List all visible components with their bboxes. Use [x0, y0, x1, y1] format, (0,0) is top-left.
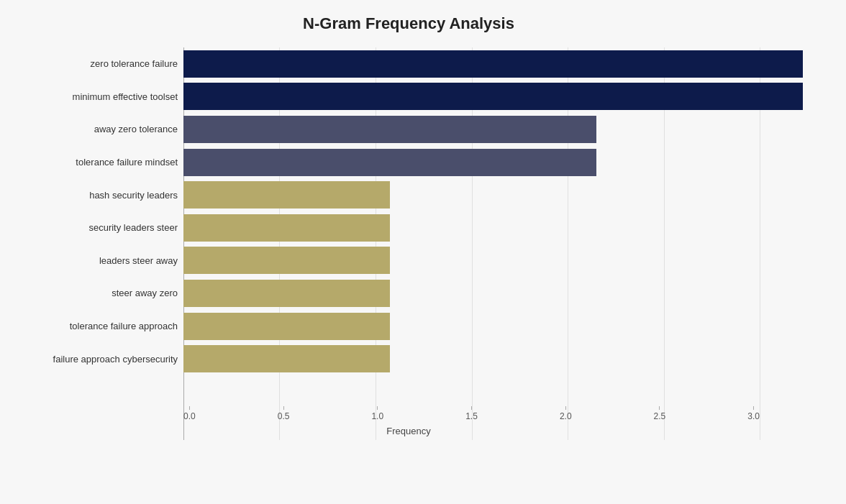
x-tick: 2.5 — [654, 406, 666, 421]
bar-label: leaders steer away — [14, 255, 183, 266]
x-tick-label: 1.0 — [371, 411, 383, 421]
bar-row: hash security leaders — [14, 178, 803, 211]
x-tick-label: 2.0 — [560, 411, 572, 421]
x-tick: 3.0 — [747, 406, 760, 421]
bar-label: failure approach cybersecurity — [14, 354, 183, 365]
chart-area: zero tolerance failureminimum effective … — [14, 47, 803, 375]
bar-fill — [183, 149, 596, 176]
bar-label: tolerance failure mindset — [14, 157, 183, 168]
bar-fill — [183, 214, 390, 242]
bar-label: security leaders steer — [14, 222, 183, 233]
bar-track — [183, 83, 803, 110]
bar-track — [183, 214, 803, 242]
x-ticks: 0.00.51.01.52.02.53.0 — [183, 406, 760, 421]
bar-track — [183, 181, 803, 209]
x-tick-label: 0.5 — [278, 411, 290, 421]
bar-fill — [183, 116, 596, 143]
x-axis-label: Frequency — [14, 426, 803, 436]
x-tick: 1.5 — [465, 406, 478, 421]
bar-label: tolerance failure approach — [14, 321, 183, 331]
x-tick: 2.0 — [560, 406, 572, 421]
x-tick-label: 3.0 — [747, 411, 760, 421]
bar-label: away zero tolerance — [14, 124, 183, 134]
x-tick-label: 2.5 — [654, 411, 666, 421]
bar-track — [183, 116, 803, 143]
bar-track — [183, 50, 803, 78]
x-tick: 0.0 — [183, 406, 196, 421]
bar-label: steer away zero — [14, 288, 183, 298]
bar-row: minimum effective toolset — [14, 81, 803, 114]
bar-fill — [183, 50, 803, 78]
chart-container: N-Gram Frequency Analysis zero tolerance… — [0, 0, 846, 504]
bar-row: leaders steer away — [14, 244, 803, 278]
chart-title: N-Gram Frequency Analysis — [14, 14, 803, 33]
bar-track — [183, 149, 803, 176]
bar-fill — [183, 313, 390, 340]
bar-row: security leaders steer — [14, 211, 803, 244]
bar-row: failure approach cybersecurity — [14, 342, 803, 375]
bar-fill — [183, 247, 390, 274]
bar-fill — [183, 280, 390, 307]
bar-row: tolerance failure mindset — [14, 146, 803, 179]
bar-row: tolerance failure approach — [14, 310, 803, 343]
bar-label: hash security leaders — [14, 190, 183, 201]
x-tick-label: 1.5 — [465, 411, 478, 421]
bar-track — [183, 280, 803, 307]
bar-row: away zero tolerance — [14, 113, 803, 146]
bar-track — [183, 313, 803, 340]
bar-fill — [183, 83, 803, 110]
bar-track — [183, 247, 803, 274]
bar-label: zero tolerance failure — [14, 58, 183, 69]
x-tick: 0.5 — [278, 406, 290, 421]
bar-track — [183, 345, 803, 372]
bar-row: steer away zero — [14, 277, 803, 310]
x-tick: 1.0 — [371, 406, 383, 421]
bar-label: minimum effective toolset — [14, 91, 183, 102]
bar-row: zero tolerance failure — [14, 47, 803, 81]
bar-fill — [183, 181, 390, 209]
bar-fill — [183, 345, 390, 372]
x-tick-label: 0.0 — [183, 411, 196, 421]
